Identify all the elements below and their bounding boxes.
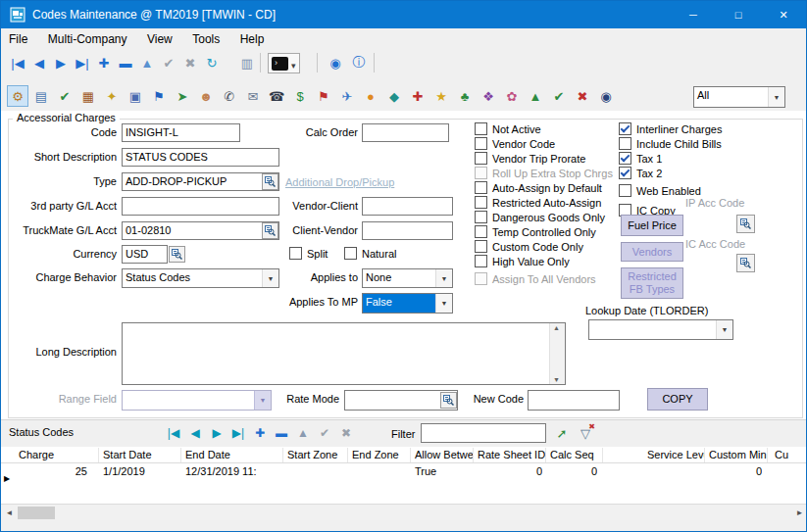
column-header-start-date[interactable]: Start Date (99, 448, 181, 463)
nav-prior-icon[interactable]: ◀ (184, 422, 206, 444)
insert-record-icon[interactable]: ✚ (93, 52, 115, 73)
vendor-client-field[interactable] (362, 197, 453, 216)
nav-edit-icon[interactable]: ▲ (292, 422, 314, 444)
approve-icon[interactable]: ✔ (54, 85, 76, 107)
clear-filter-icon[interactable]: ▽ ✖ (576, 423, 595, 443)
applies-to-select[interactable]: None (362, 268, 453, 288)
list-icon[interactable]: ▤ (30, 85, 52, 107)
star-icon[interactable]: ★ (430, 85, 452, 107)
restricted-fb-types-button[interactable]: Restricted FB Types (621, 267, 683, 299)
column-header-start-zone[interactable]: Start Zone (283, 448, 348, 463)
x-icon[interactable]: ✖ (572, 85, 593, 107)
currency-field[interactable]: USD (122, 245, 168, 264)
flag-red-icon[interactable]: ⚑ (313, 85, 334, 107)
flower-icon[interactable]: ✿ (501, 85, 523, 107)
minimize-button[interactable]: ─ (671, 1, 716, 28)
client-vendor-field[interactable] (362, 221, 453, 240)
checkbox-roll-up-extra-stop-chrgs[interactable]: Roll Up Extra Stop Chrgs (475, 166, 613, 180)
checkbox-natural[interactable]: Natural (344, 246, 396, 261)
type-field[interactable]: ADD-DROP-PICKUP (122, 172, 279, 191)
copy-button[interactable]: COPY (647, 388, 708, 411)
nav-last-icon[interactable]: ▶| (227, 422, 249, 444)
ic-acc-code-lookup-button[interactable] (736, 254, 755, 272)
column-header-rate-sheet-id[interactable]: Rate Sheet ID (474, 448, 546, 463)
long-description-scrollbar[interactable] (549, 323, 565, 384)
filter-input[interactable] (421, 423, 546, 443)
short-description-field[interactable]: STATUS CODES (122, 148, 279, 167)
column-header-cu[interactable]: Cu (771, 448, 807, 463)
checkbox-assign-to-all-vendors[interactable]: Assign To All Vendors (475, 271, 596, 286)
calendar-icon[interactable]: ▦ (77, 85, 99, 107)
info-icon[interactable]: ⓘ (348, 52, 370, 73)
checkbox-split[interactable]: Split (289, 246, 328, 261)
user-icon[interactable]: ☻ (195, 85, 217, 107)
scrollbar-thumb[interactable] (18, 507, 55, 519)
plane-icon[interactable]: ✈ (336, 85, 358, 107)
command-prompt-dropdown[interactable] (268, 53, 300, 73)
column-header-service-level[interactable]: Service Leve (643, 448, 705, 463)
toolbar-filter-select[interactable]: All (693, 86, 785, 108)
long-description-field[interactable] (122, 322, 566, 385)
menu-view[interactable]: View (139, 28, 180, 50)
nav-post-icon[interactable]: ✔ (314, 422, 335, 444)
checkbox-not-active[interactable]: Not Active (475, 121, 541, 136)
plus-icon[interactable]: ✚ (407, 85, 429, 107)
checkbox-restricted-auto-assign[interactable]: Restricted Auto-Assign (475, 195, 601, 210)
type-lookup-button[interactable] (262, 173, 278, 190)
nav-cancel-icon[interactable]: ✖ (335, 422, 357, 444)
checkbox-tax1[interactable]: Tax 1 (619, 151, 662, 166)
checkbox-vendor-code[interactable]: Vendor Code (475, 136, 555, 151)
triangle-icon[interactable]: ▲ (525, 85, 546, 107)
column-header-charge[interactable]: Charge (15, 448, 99, 463)
nav-insert-icon[interactable]: ✚ (249, 422, 271, 444)
calc-order-field[interactable] (362, 123, 449, 142)
dial-icon[interactable]: ✆ (219, 85, 240, 107)
flag-blue-icon[interactable]: ⚑ (148, 85, 170, 107)
print-icon[interactable]: ▥ (236, 52, 258, 73)
additional-drop-pickup-link[interactable]: Additional Drop/Pickup (285, 176, 394, 188)
checkbox-high-value-only[interactable]: High Value Only (475, 254, 570, 268)
maintenance-icon[interactable]: ⚙ (7, 85, 28, 107)
apply-filter-icon[interactable]: ➚ (552, 423, 572, 443)
first-record-icon[interactable]: |◀ (7, 52, 28, 73)
nav-next-icon[interactable]: ▶ (206, 422, 227, 444)
menu-file[interactable]: File (1, 28, 35, 50)
post-edit-icon[interactable]: ✔ (158, 52, 179, 73)
applies-to-mp-select[interactable]: False (362, 293, 453, 314)
lookup-date-select[interactable] (588, 319, 733, 340)
scroll-left-icon[interactable] (1, 505, 18, 520)
scroll-right-icon[interactable] (791, 505, 807, 520)
club-icon[interactable]: ♣ (454, 85, 476, 107)
phone-icon[interactable]: ☎ (266, 85, 287, 107)
column-header-custom-min[interactable]: Custom Min (705, 448, 768, 463)
checkbox-web-enabled[interactable]: Web Enabled (619, 183, 701, 198)
edit-record-icon[interactable]: ▲ (136, 52, 158, 73)
code-field[interactable]: INSIGHT-L (122, 123, 240, 142)
checkbox-vendor-trip-prorate[interactable]: Vendor Trip Prorate (475, 151, 585, 166)
new-code-field[interactable] (528, 390, 620, 411)
column-header-calc-seq[interactable]: Calc Seq (546, 448, 603, 463)
dot-icon[interactable]: ● (360, 85, 381, 107)
nodes-icon[interactable]: ❖ (478, 85, 499, 107)
checkbox-auto-assign-by-default[interactable]: Auto-Assign by Default (475, 180, 602, 195)
charge-behavior-select[interactable]: Status Codes (122, 268, 279, 288)
menu-tools[interactable]: Tools (184, 28, 227, 50)
next-record-icon[interactable]: ▶ (50, 52, 72, 73)
checkbox-interliner-charges[interactable]: Interliner Charges (619, 121, 722, 136)
fuel-price-button[interactable]: Fuel Price (621, 215, 683, 236)
copy-icon[interactable]: ▣ (125, 85, 146, 107)
checkbox-temp-controlled-only[interactable]: Temp Controlled Only (475, 224, 596, 239)
maximize-button[interactable]: □ (716, 1, 761, 28)
web-icon[interactable]: ◉ (325, 52, 346, 73)
range-field-select[interactable] (122, 390, 272, 411)
third-party-gl-field[interactable] (122, 197, 279, 216)
column-header-end-date[interactable]: End Date (181, 448, 283, 463)
horizontal-scrollbar[interactable] (1, 504, 807, 520)
delete-record-icon[interactable]: ▬ (115, 52, 136, 73)
column-header-allow-between[interactable]: Allow Betweer (411, 448, 474, 463)
menu-help[interactable]: Help (232, 28, 273, 50)
diamond-icon[interactable]: ◆ (383, 85, 405, 107)
table-row[interactable]: 25 1/1/2019 12/31/2019 11: True 0 0 0 (1, 463, 807, 481)
mail-icon[interactable]: ✉ (242, 85, 264, 107)
prior-record-icon[interactable]: ◀ (28, 52, 50, 73)
